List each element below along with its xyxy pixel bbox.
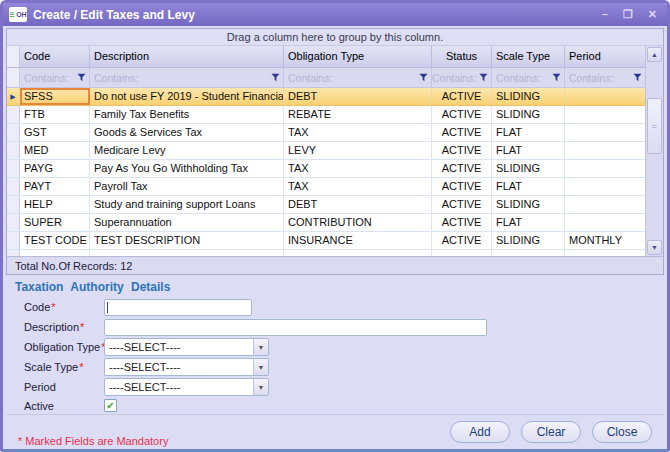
table-row[interactable]: TEST CODETEST DESCRIPTIONINSURANCEACTIVE… [7,232,645,250]
filter-funnel-icon[interactable] [479,73,488,82]
cell-period[interactable] [565,178,645,195]
cell-period[interactable] [565,214,645,231]
cell-description[interactable]: Do not use FY 2019 - Student Financial S… [90,88,284,105]
filter-cell-code[interactable]: Contains: [20,68,90,87]
filter-cell-period[interactable]: Contains: [565,68,645,87]
chevron-down-icon[interactable] [253,339,268,355]
add-button[interactable]: Add [450,421,510,443]
close-icon[interactable]: ✕ [648,9,657,20]
clear-button[interactable]: Clear [521,421,581,443]
obligation-type-select[interactable]: ----SELECT---- [104,338,269,356]
table-row[interactable]: SUPERSuperannuationCONTRIBUTIONACTIVEFLA… [7,214,645,232]
chevron-down-icon[interactable] [253,359,268,375]
cell-obligation-type[interactable]: CONTRIBUTION [284,214,432,231]
cell-obligation-type[interactable]: LEVY [284,142,432,159]
cell-code[interactable]: SFSS [20,88,90,105]
cell-description[interactable]: Payroll Tax [90,178,284,195]
cell-period[interactable] [565,160,645,177]
cell-scale-type[interactable]: SLIDING [492,196,565,213]
column-header-period[interactable]: Period [565,46,645,67]
cell-period[interactable] [565,142,645,159]
table-row[interactable]: PAYTPayroll TaxTAXACTIVEFLAT [7,178,645,196]
cell-description[interactable]: Superannuation [90,214,284,231]
cell-scale-type[interactable]: FLAT [492,142,565,159]
filter-funnel-icon[interactable] [77,73,86,82]
filter-cell-scale-type[interactable]: Contains: [492,68,565,87]
cell-status[interactable]: ACTIVE [432,142,492,159]
maximize-icon[interactable]: ❐ [623,9,633,20]
cell-code[interactable]: MED [20,142,90,159]
cell-obligation-type[interactable]: TAX [284,178,432,195]
cell-description[interactable]: Goods & Services Tax [90,124,284,141]
cell-scale-type[interactable]: FLAT [492,178,565,195]
cell-description[interactable]: Family Tax Benefits [90,106,284,123]
cell-code[interactable]: HELP [20,196,90,213]
filter-funnel-icon[interactable] [633,73,642,82]
filter-cell-status[interactable]: Contains: [432,68,492,87]
cell-status[interactable]: ACTIVE [432,196,492,213]
table-row[interactable]: HELPStudy and training support LoansDEBT… [7,196,645,214]
cell-code[interactable]: GST [20,124,90,141]
column-header-status[interactable]: Status [432,46,492,67]
cell-obligation-type[interactable]: TAX [284,160,432,177]
cell-scale-type[interactable]: FLAT [492,124,565,141]
cell-period[interactable] [565,88,645,105]
table-row[interactable]: PAYGPay As You Go Withholding TaxTAXACTI… [7,160,645,178]
active-checkbox[interactable] [104,399,117,412]
cell-period[interactable]: MONTHLY [565,232,645,249]
cell-scale-type[interactable]: SLIDING [492,232,565,249]
cell-obligation-type[interactable]: REBATE [284,106,432,123]
cell-status[interactable]: ACTIVE [432,178,492,195]
cell-scale-type[interactable]: SLIDING [492,160,565,177]
description-field[interactable] [104,319,487,336]
filter-funnel-icon[interactable] [552,73,561,82]
cell-obligation-type[interactable]: DEBT [284,196,432,213]
column-header-description[interactable]: Description [90,46,284,67]
cell-period[interactable] [565,196,645,213]
cell-obligation-type[interactable]: TAX [284,124,432,141]
group-by-bar[interactable]: Drag a column here to group by this colu… [7,29,663,46]
cell-status[interactable]: ACTIVE [432,214,492,231]
column-header-scale-type[interactable]: Scale Type [492,46,565,67]
filter-funnel-icon[interactable] [419,73,428,82]
filter-cell-description[interactable]: Contains: [90,68,284,87]
cell-description[interactable]: Study and training support Loans [90,196,284,213]
cell-period[interactable] [565,106,645,123]
cell-status[interactable]: ACTIVE [432,232,492,249]
table-row[interactable]: GSTGoods & Services TaxTAXACTIVEFLAT [7,124,645,142]
cell-status[interactable]: ACTIVE [432,160,492,177]
filter-funnel-icon[interactable] [271,73,280,82]
cell-status[interactable]: ACTIVE [432,106,492,123]
scroll-down-icon[interactable] [647,240,662,255]
cell-code[interactable]: TEST CODE [20,232,90,249]
cell-period[interactable] [565,124,645,141]
period-select[interactable]: ----SELECT---- [104,378,269,396]
code-field[interactable] [104,299,252,316]
scrollbar-track[interactable]: = [647,62,662,240]
scrollbar-thumb[interactable]: = [647,98,662,154]
minimize-icon[interactable]: – [602,9,608,20]
cell-obligation-type[interactable]: INSURANCE [284,232,432,249]
cell-description[interactable]: Medicare Levy [90,142,284,159]
scale-type-select[interactable]: ----SELECT---- [104,358,269,376]
cell-scale-type[interactable]: SLIDING [492,106,565,123]
column-header-obligation-type[interactable]: Obligation Type [284,46,432,67]
column-header-code[interactable]: Code [20,46,90,67]
cell-status[interactable]: ACTIVE [432,88,492,105]
cell-description[interactable]: Pay As You Go Withholding Tax [90,160,284,177]
cell-scale-type[interactable]: FLAT [492,214,565,231]
cell-code[interactable]: PAYG [20,160,90,177]
table-row[interactable]: FTBFamily Tax BenefitsREBATEACTIVESLIDIN… [7,106,645,124]
cell-code[interactable]: SUPER [20,214,90,231]
chevron-down-icon[interactable] [253,379,268,395]
cell-description[interactable]: TEST DESCRIPTION [90,232,284,249]
cell-code[interactable]: FTB [20,106,90,123]
cell-obligation-type[interactable]: DEBT [284,88,432,105]
table-row[interactable]: ▶SFSSDo not use FY 2019 - Student Financ… [7,88,645,106]
close-button[interactable]: Close [592,421,652,443]
filter-cell-obligation-type[interactable]: Contains: [284,68,432,87]
table-row[interactable]: MEDMedicare LevyLEVYACTIVEFLAT [7,142,645,160]
vertical-scrollbar[interactable]: = [645,46,663,256]
scroll-up-icon[interactable] [647,47,662,62]
cell-code[interactable]: PAYT [20,178,90,195]
